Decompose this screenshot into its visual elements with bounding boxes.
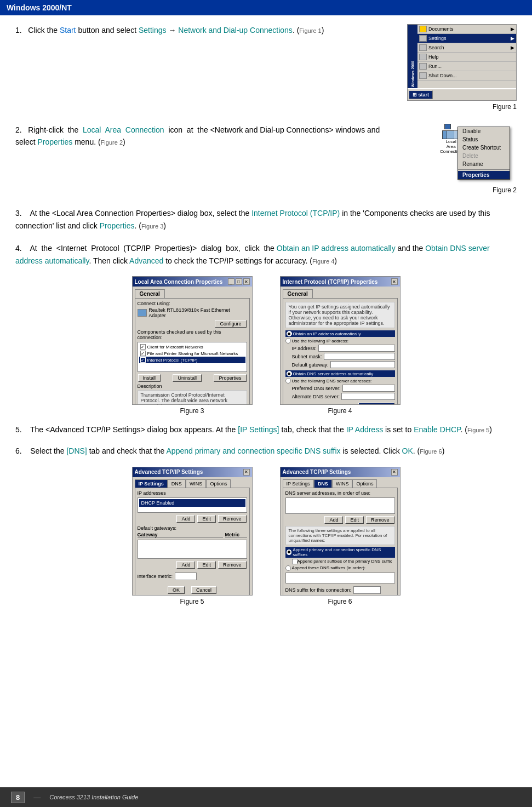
fig3-maximize: □	[236, 278, 242, 285]
step-1: 1. Click the Start button and select Set…	[15, 24, 517, 111]
page-content: 1. Click the Start button and select Set…	[0, 24, 532, 636]
fig5-gateways-label: Default gateways:	[138, 525, 247, 531]
fig5-remove-gw[interactable]: Remove	[218, 561, 247, 569]
figures-5-6-row: Advanced TCP/IP Settings ✕ IP Settings D…	[15, 467, 517, 605]
fig3-close: ✕	[243, 278, 250, 285]
fig6-dns-suffix-input[interactable]	[353, 586, 381, 594]
fig6-tab-wins[interactable]: WINS	[332, 479, 353, 488]
figure-6-screen: Advanced TCP/IP Settings ✕ IP Settings D…	[280, 467, 401, 596]
fig4-intro: You can get IP settings assigned automat…	[285, 302, 395, 328]
figure-3-screen: Local Area Connection Properties _ □ ✕ G…	[132, 276, 253, 405]
step-6-fig-ref: Figure 6	[420, 448, 442, 455]
fig3-connect-label: Connect using:	[138, 301, 247, 306]
fig5-gw-list	[138, 540, 247, 559]
start-button[interactable]: ⊞ start	[409, 90, 433, 99]
fig5-tab-options[interactable]: Options	[206, 479, 231, 488]
fig6-remove-dns[interactable]: Remove	[366, 516, 394, 524]
fig3-comp2: File and Printer Sharing for Microsoft N…	[147, 351, 238, 356]
fig6-dns-servers-label: DNS server addresses, in order of use:	[285, 490, 395, 496]
fig5-remove-ip[interactable]: Remove	[218, 515, 247, 523]
fig5-metric-col-label: Metric	[225, 532, 247, 538]
fig5-ip-label: IP addresses	[138, 490, 247, 496]
step-6-dns-tab: [DNS]	[66, 447, 87, 455]
fig3-configure-btn[interactable]: Configure	[215, 320, 246, 328]
figure-4-screen: Internet Protocol (TCP/IP) Properties ✕ …	[280, 276, 401, 405]
fig5-add-gw[interactable]: Add	[176, 561, 195, 569]
fig3-title: Local Area Connection Properties	[135, 279, 223, 285]
fig4-advanced-btn[interactable]: Advanced...	[358, 403, 394, 405]
fig3-desc-text: Transmission Control Protocol/Internet P…	[138, 390, 247, 405]
fig5-tab-wins[interactable]: WINS	[186, 479, 207, 488]
context-menu: Disable Status Create Shortcut Delete Re…	[457, 127, 510, 180]
step-6: 6. Select the [DNS] tab and check that t…	[15, 445, 517, 457]
step-4-number: 4.	[15, 244, 22, 253]
fig6-title: Advanced TCP/IP Settings	[283, 469, 351, 475]
fig6-tab-options[interactable]: Options	[352, 479, 377, 488]
step-5-fig-ref: Figure 5	[467, 427, 489, 433]
footer-page-number: 8	[11, 792, 25, 803]
fig4-tab-general: General	[283, 289, 313, 298]
fig3-uninstall-btn[interactable]: Uninstall	[173, 374, 202, 382]
fig3-adapter-name: Realtek RTL8139/810x Fast Ethernet Adapt…	[148, 307, 247, 318]
fig6-radio-append-primary: Append primary and connection specific D…	[285, 547, 395, 558]
fig4-close: ✕	[391, 278, 398, 285]
step-3-tcp: Internet Protocol (TCP/IP)	[251, 209, 340, 218]
figure-1-caption: Figure 1	[493, 103, 517, 111]
step-2-number: 2.	[15, 125, 22, 134]
fig5-dhcp-item: DHCP Enabled	[139, 499, 245, 507]
figure-4-block: Internet Protocol (TCP/IP) Properties ✕ …	[280, 276, 401, 415]
fig5-add-ip[interactable]: Add	[176, 515, 195, 523]
step-6-number: 6.	[15, 447, 22, 455]
figure-6-block: Advanced TCP/IP Settings ✕ IP Settings D…	[280, 467, 401, 605]
fig3-desc-label: Description	[138, 384, 247, 389]
fig6-tab-dns[interactable]: DNS	[314, 479, 332, 488]
step-2-figure: LocalAreaConnection Disable Status Creat…	[396, 124, 517, 194]
menu-help: Help	[428, 54, 439, 60]
fig6-edit-dns[interactable]: Edit	[345, 516, 364, 524]
figure-5-caption: Figure 5	[180, 598, 204, 605]
fig5-edit-gw[interactable]: Edit	[197, 561, 216, 569]
menu-settings: Settings	[428, 36, 447, 41]
fig6-radio-append-these: Append these DNS suffixes (in order):	[285, 565, 395, 571]
step-1-text: 1. Click the Start button and select Set…	[15, 24, 396, 111]
step-2-fig-ref: Figure 2	[101, 139, 123, 146]
fig5-interface-metric-input[interactable]	[175, 573, 197, 580]
figure-6-caption: Figure 6	[328, 598, 352, 605]
fig4-radio-obtain-dns: Obtain DNS server address automatically	[285, 370, 395, 377]
fig5-tab-ip[interactable]: IP Settings	[135, 479, 168, 488]
fig5-ok-btn[interactable]: OK	[168, 586, 185, 594]
menu-shutdown: Shut Down...	[428, 73, 457, 78]
fig5-gw-col-label: Gateway	[138, 532, 223, 538]
step-6-append: Append primary and connection specific D…	[167, 447, 341, 455]
fig5-edit-ip[interactable]: Edit	[197, 515, 216, 523]
step-4-advanced: Advanced	[129, 256, 163, 265]
fig3-minimize: _	[228, 278, 234, 285]
step-4: 4. At the <Internet Protocol (TCP/IP Pro…	[15, 242, 517, 267]
step-5-number: 5.	[15, 425, 22, 434]
ctx-disable: Disable	[458, 127, 510, 135]
fig3-properties-btn[interactable]: Properties	[214, 374, 246, 382]
fig5-tab-dns[interactable]: DNS	[168, 479, 186, 488]
fig4-subnet-input	[324, 353, 395, 360]
fig3-install-btn[interactable]: Install	[138, 374, 161, 382]
fig6-dns-suffix-label: DNS suffix for this connection:	[285, 587, 351, 593]
figure-3-block: Local Area Connection Properties _ □ ✕ G…	[132, 276, 253, 415]
step-1-figure: Windows 2000 Documents ▶	[396, 24, 517, 111]
step-1-network: Network and Dial-up Connections	[178, 26, 293, 35]
step-1-number: 1.	[15, 26, 22, 35]
ctx-rename: Rename	[458, 160, 510, 168]
step-2-text: 2. Right-click the Local Area Connection…	[15, 124, 396, 194]
fig6-add-dns[interactable]: Add	[324, 516, 343, 524]
step-1-fig-ref: Figure 1	[299, 27, 321, 34]
step-3-number: 3.	[15, 209, 22, 218]
fig5-cancel-btn[interactable]: Cancel	[191, 586, 216, 594]
step-3: 3. At the <Local Area Connection Propert…	[15, 207, 517, 232]
figures-3-4-row: Local Area Connection Properties _ □ ✕ G…	[15, 276, 517, 415]
step-5: 5. The <Advanced TCP/IP Settings> dialog…	[15, 423, 517, 436]
fig6-tab-ip[interactable]: IP Settings	[283, 479, 314, 488]
step-4-obtain-dns: Obtain DNS server address automatically	[15, 244, 490, 265]
step-2-lac: Local Area Connection	[83, 125, 164, 134]
fig6-settings-desc: The following three settings are applied…	[285, 526, 395, 545]
fig4-radio-obtain-ip: Obtain an IP address automatically	[285, 330, 395, 337]
fig5-title: Advanced TCP/IP Settings	[135, 469, 203, 475]
